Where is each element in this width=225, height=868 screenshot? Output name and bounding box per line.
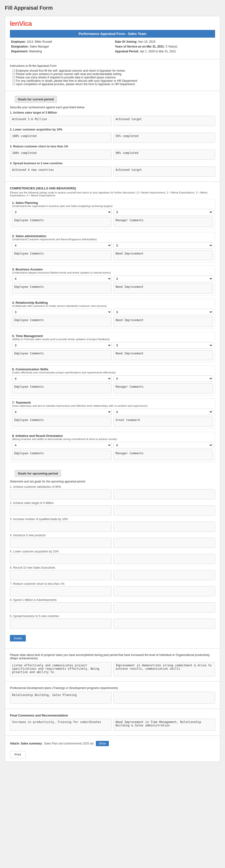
competency-manager-comment-7[interactable]: Manager Comments (113, 450, 213, 460)
upcoming-goal-employee-input-4[interactable] (10, 554, 112, 564)
competency-manager-rating-4[interactable]: 1234 (113, 342, 213, 349)
current-goal-manager-0: Achieved target (113, 111, 215, 126)
competency-manager-comment-2[interactable]: Need Improvement (113, 283, 213, 293)
upcoming-goal-employee-input-1[interactable] (10, 505, 112, 516)
form-title-bar: Performance Appraisal Form - Sales Team (10, 30, 215, 38)
upcoming-goal-item-5: 6. Recruit 10 new Sales Executives (10, 566, 215, 580)
print-button[interactable]: Print (10, 751, 26, 758)
upcoming-goal-manager-input-2[interactable] (113, 522, 215, 532)
logo-text: lenVica (10, 20, 32, 27)
competency-name-7: 8. Initiative and Result Orientation (12, 434, 213, 438)
competency-name-6: 7. Teamwork (12, 401, 213, 404)
competency-manager-rating-6[interactable]: 1234 (113, 409, 213, 415)
professional-dev-employee-input[interactable] (10, 692, 112, 704)
upcoming-goal-employee-input-6[interactable] (10, 586, 112, 596)
final-comments-manager-input[interactable] (113, 719, 215, 731)
attach-file-label: Sales Plan and achievements 2020 als (44, 742, 94, 745)
competency-employee-comment-6[interactable]: Employee Comments (12, 416, 112, 427)
upcoming-goal-manager-input-3[interactable] (113, 538, 215, 548)
upcoming-goal-label-7: 8. Spend 1 Million in Advertisements (10, 598, 215, 602)
show-button[interactable]: Show (96, 741, 109, 746)
current-goal-employee-2: 3. Reduce customer churn to less than 1%… (10, 145, 112, 160)
upcoming-goal-manager-input-5[interactable] (113, 570, 215, 580)
competency-name-3: 4. Relationship Building (12, 301, 213, 305)
professional-dev-section: Professional Development plans (Training… (5, 684, 220, 706)
competency-employee-comment-1[interactable]: Employee Comments (12, 250, 112, 260)
appraisal-period-label: Appraisal Period: (115, 50, 139, 53)
competency-employee-rating-2[interactable]: 1234 (12, 276, 112, 282)
competency-manager-rating-7[interactable]: 1234 (113, 442, 213, 448)
upcoming-goal-employee-input-3[interactable] (10, 538, 112, 548)
competency-manager-comment-1[interactable]: Need Improvement (113, 250, 213, 260)
competency-employee-rating-5[interactable]: 1234 (12, 375, 112, 382)
upcoming-goal-employee-input-0[interactable] (10, 489, 112, 499)
upcoming-goal-manager-input-1[interactable] (113, 505, 215, 516)
upcoming-goal-employee-input-2[interactable] (10, 522, 112, 532)
competency-employee-rating-0[interactable]: 1234 (12, 209, 112, 215)
instruction-item: Upon completion of appraisal process, pl… (12, 83, 215, 86)
competency-employee-rating-1[interactable]: 1234 (12, 242, 112, 249)
goal-manager-spacer-3 (113, 162, 215, 165)
goals-button[interactable]: Goals (10, 635, 26, 642)
competency-item-7: 8. Initiative and Result Orientation (Be… (10, 432, 215, 462)
competency-manager-comment-4[interactable]: Need Improvement (113, 350, 213, 360)
competencies-title: COMPETENCIES (SKILLS AND BEHAVIORS) (10, 186, 215, 190)
upcoming-goal-item-2: 3. Increase number of qualified leads by… (10, 518, 215, 532)
competency-employee-comment-0[interactable]: Employee Comments (12, 217, 112, 227)
instruction-item: Please use extra sheets if required to p… (12, 76, 215, 79)
major-achievements-employee-input[interactable] (10, 662, 112, 677)
goal-employee-input-2[interactable]: 100% completed (10, 150, 112, 160)
upcoming-goal-manager-input-0[interactable] (113, 489, 215, 499)
competency-manager-rating-3[interactable]: 1234 (113, 309, 213, 315)
competency-manager-rating-2[interactable]: 1234 (113, 276, 213, 282)
competency-item-0: 1. Sales Planning (Understand the organi… (10, 199, 215, 229)
competency-employee-comment-7[interactable]: Employee Comments (12, 450, 112, 460)
competency-employee-rating-4[interactable]: 1234 (12, 342, 112, 349)
competency-manager-comment-3[interactable]: Need Improvement (113, 317, 213, 327)
upcoming-goal-manager-input-4[interactable] (113, 554, 215, 564)
upcoming-goal-manager-input-8[interactable] (113, 619, 215, 629)
competency-manager-comment-6[interactable]: Great teamwork (113, 416, 213, 427)
goal-manager-input-2[interactable]: 96% completed (113, 150, 215, 160)
competency-employee-comment-4[interactable]: Employee Comments (12, 350, 112, 360)
current-goals-grid: 1. Achieve sales target of 3 Million Ach… (5, 111, 220, 179)
major-achievements-manager-input[interactable] (113, 662, 215, 677)
upcoming-goal-employee-input-5[interactable] (10, 570, 112, 580)
upcoming-goal-label-5: 6. Recruit 10 new Sales Executives (10, 566, 215, 569)
appraisal-period-row: Appraisal Period: Apr 1, 2020 to Mar 31,… (115, 50, 214, 53)
goal-manager-input-0[interactable]: Achieved target (113, 116, 215, 126)
goal-employee-input-1[interactable]: 100% completed (10, 133, 112, 143)
competency-item-1: 2. Sales administration (Understand Cust… (10, 232, 215, 262)
competency-employee-rating-7[interactable]: 1234 (12, 442, 112, 448)
upcoming-goal-label-8: 9. Spread business to 5 new countries (10, 615, 215, 618)
competency-manager-rating-5[interactable]: 1234 (113, 375, 213, 382)
professional-dev-manager-input[interactable] (113, 692, 215, 704)
page-title: Fill Appraisal Form (5, 5, 220, 11)
competency-name-5: 6. Communication Skills (12, 367, 213, 371)
upcoming-goal-manager-input-6[interactable] (113, 586, 215, 596)
competency-employee-comment-5[interactable]: Employee Comments (12, 383, 112, 394)
competency-manager-comment-0[interactable]: Manager Comments (113, 217, 213, 227)
goal-manager-input-3[interactable]: Achieved target (113, 166, 215, 177)
competency-desc-5: (Listen effectively and communicates pro… (12, 371, 213, 374)
competency-manager-rating-0[interactable]: 1234 (113, 209, 213, 215)
date-joining-label: Date Of Joining: (115, 40, 137, 43)
goal-employee-input-0[interactable]: Achieved 3.6 Million (10, 116, 112, 126)
upcoming-goal-employee-input-8[interactable] (10, 619, 112, 629)
upcoming-goal-item-4: 5. Lower customer acquisition by 10% (10, 550, 215, 564)
competency-employee-comment-3[interactable]: Employee Comments (12, 317, 112, 327)
competency-employee-rating-6[interactable]: 1234 (12, 409, 112, 415)
goal-employee-input-3[interactable]: Achieved 4 new countries (10, 166, 112, 177)
competency-manager-rating-1[interactable]: 1234 (113, 242, 213, 249)
goal-manager-input-1[interactable]: 95% completed (113, 133, 215, 143)
final-comments-employee-input[interactable] (10, 719, 112, 731)
upcoming-goal-item-0: 1. Achieve customer satisfaction of 95% (10, 485, 215, 499)
competency-employee-rating-3[interactable]: 1234 (12, 309, 112, 315)
competency-employee-comment-2[interactable]: Employee Comments (12, 283, 112, 293)
upcoming-goals-list: 1. Achieve customer satisfaction of 95% … (5, 485, 220, 633)
competency-manager-comment-5[interactable]: Manager Comments (113, 383, 213, 394)
years-service-row: Years of Service as on Mar 31, 2021: 5 Y… (115, 45, 214, 48)
upcoming-goal-manager-input-7[interactable] (113, 602, 215, 613)
upcoming-goal-employee-input-7[interactable] (10, 602, 112, 613)
current-goals-header: Goals for current period (15, 96, 57, 103)
